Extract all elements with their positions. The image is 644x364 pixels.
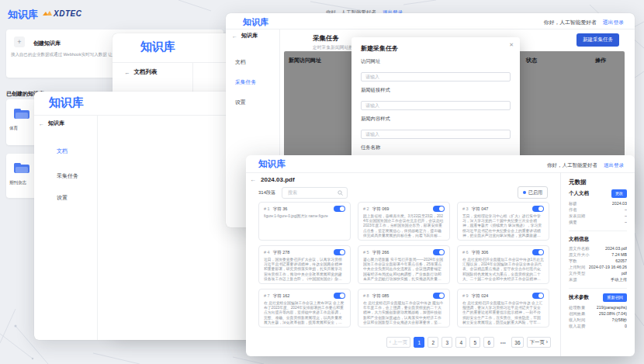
- segment-number: # 4: [264, 250, 270, 255]
- document-title-row: ← 2024.03.pdf: [250, 176, 295, 183]
- section-title: 文档信息: [569, 236, 589, 243]
- company-logo: XDTEC: [43, 9, 81, 18]
- meta-label: 嵌入时间: [569, 317, 585, 323]
- blue-dot-icon: [523, 191, 526, 194]
- logout-link[interactable]: 退出登录: [604, 162, 624, 169]
- window-brand: 知识库: [258, 158, 286, 170]
- pagination-next[interactable]: 下一页 ›: [527, 337, 551, 348]
- pagination-page-2[interactable]: 2: [428, 337, 438, 348]
- segment-number: # 2: [363, 206, 369, 211]
- content-style-field[interactable]: [361, 130, 511, 139]
- segment-text: 近日，国资委党委召开扩大会议，认真学习贯彻习近平总书记重要讲话精神，传达全国两会…: [264, 258, 345, 282]
- search-input[interactable]: [286, 189, 335, 196]
- segment-toggle[interactable]: [334, 293, 345, 299]
- segment-card[interactable]: # 2字符 069 踏上新征程，奋楫再出发。3月22日至23日，2024年全国国…: [358, 202, 450, 241]
- pagination-page-1[interactable]: 1: [414, 337, 424, 348]
- back-arrow-icon[interactable]: ←: [250, 176, 256, 183]
- sidebar-item-collect-tasks[interactable]: 采集任务: [235, 78, 256, 86]
- segment-char-count: 字符 278: [273, 250, 290, 255]
- pagination-prev[interactable]: ‹ 上一页: [386, 337, 410, 348]
- segment-card[interactable]: # 8字符 085 在 总社党组召开全面规划工作会议中传达 规划今年年度工作，会…: [358, 289, 450, 328]
- pagination-page-36[interactable]: 36: [511, 337, 523, 348]
- segment-text: 在 总社党组全国编辑工作会议上发布评议 会上发布了2023年度、2024年安排部…: [264, 301, 345, 325]
- back-kb[interactable]: ← 知识库: [232, 32, 258, 40]
- metadata-section-fileinfo: 文档信息 原文件名称2024.03.pdf 原文件大小7.24 MB 字数620…: [569, 231, 627, 283]
- logout-link[interactable]: 退出登录: [603, 19, 624, 26]
- search-box[interactable]: [282, 187, 348, 199]
- segment-toggle[interactable]: [532, 206, 544, 212]
- pagination-ellipsis[interactable]: •••: [497, 337, 508, 348]
- segment-text: 在 总社党组召开全面规划工作会议中传达1月赴北汇报以后，2024年全国编辑工作会…: [462, 258, 544, 282]
- recall-button[interactable]: 重新召回: [603, 293, 627, 302]
- segment-card[interactable]: # 1字符 36 figure:1-figure-0.jpg|图片|c name…: [258, 202, 351, 241]
- segment-toggle[interactable]: [334, 206, 345, 212]
- link-style-field[interactable]: [361, 101, 511, 110]
- segment-toggle[interactable]: [334, 249, 345, 255]
- window-brand: 知识库: [49, 95, 84, 110]
- field-label-url: 访问网址: [361, 58, 511, 65]
- segment-card[interactable]: # 6字符 306 在 总社党组召开全面规划工作会议中传达1月赴北汇报以后，20…: [457, 245, 549, 284]
- back-arrow-icon[interactable]: ←: [232, 33, 237, 39]
- segment-card[interactable]: # 9字符 024 在 总社党组召开全面规划工作会议中传达 会上汇报强调，要深入…: [457, 289, 549, 328]
- new-task-button[interactable]: 新建采集任务: [576, 33, 619, 47]
- segment-card[interactable]: # 7字符 162 在 总社党组全国编辑工作会议上发布评议 会上发布了2023年…: [258, 289, 351, 328]
- plus-icon: +: [14, 36, 25, 47]
- sidebar-item-documents[interactable]: 文档: [57, 147, 68, 155]
- segment-toggle[interactable]: [433, 293, 445, 299]
- pagination-page-6[interactable]: 6: [483, 337, 494, 348]
- segment-char-count: 字符 306: [472, 250, 489, 255]
- url-field[interactable]: [361, 72, 511, 81]
- segment-text: 在 总社党组召开全面规划工作会议中传达 规划今年年度工作，会上强调，要全面贯彻党…: [363, 301, 445, 325]
- back-label: 文档列表: [134, 68, 158, 76]
- meta-value: –: [625, 206, 627, 213]
- segment-text: 踏上新征程，奋楫再出发。3月22日至23日，2024年全国国资国企工作会议在北京…: [363, 214, 445, 238]
- metadata-section-personal: 个人文档 更改 标题2024.03 作者– 发表日期– 摘要–: [569, 189, 627, 225]
- back-arrow-icon[interactable]: ←: [39, 121, 44, 127]
- meta-value: 292.08% (7.04): [599, 310, 627, 317]
- meta-label: 作者: [569, 206, 577, 213]
- segment-card[interactable]: # 3字符 047 五日，党组理论学习中心组（扩大）进行集中学习，深入学习党的二…: [457, 202, 549, 241]
- segment-number: # 7: [264, 293, 270, 298]
- column-status: 状态: [526, 57, 537, 64]
- folder-icon: [14, 107, 29, 119]
- segment-char-count: 字符 162: [273, 293, 290, 299]
- sidebar-item-collect-tasks[interactable]: 采集任务: [57, 172, 78, 180]
- meta-value: 2024-07-19 16:46:26: [589, 264, 627, 270]
- segment-toggle[interactable]: [433, 249, 445, 255]
- segment-card[interactable]: # 4字符 278 近日，国资委党委召开扩大会议，认真学习贯彻习近平总书记重要讲…: [258, 245, 351, 284]
- segment-text: figure:1-figure-0.jpg|图片|c name:figure: [264, 214, 345, 219]
- field-label-link-style: 新闻链接样式: [361, 87, 511, 94]
- meta-value: 2024.03: [612, 200, 627, 206]
- pagination-page-4[interactable]: 4: [455, 337, 466, 348]
- segment-card[interactable]: # 5字符 266 凝心聚力谱新篇 实干笃行开新局——2024年全国国资工作会议…: [358, 245, 450, 284]
- meta-label: 发表日期: [569, 213, 585, 219]
- document-title: 2024.03.pdf: [261, 176, 295, 183]
- meta-label: 字数: [569, 258, 577, 264]
- window-brand: 知识库: [140, 40, 175, 54]
- close-icon[interactable]: ✕: [509, 42, 514, 48]
- meta-value: –: [625, 213, 627, 219]
- enabled-filter-chip[interactable]: 已启用: [518, 186, 548, 199]
- kb-card-label: 期刊杂志: [9, 180, 26, 185]
- segment-toggle[interactable]: [532, 293, 544, 299]
- back-arrow-icon[interactable]: ←: [124, 69, 130, 76]
- sidebar-item-settings[interactable]: 设置: [57, 194, 68, 202]
- segment-number: # 1: [264, 206, 270, 211]
- pagination-page-3[interactable]: 3: [441, 337, 452, 348]
- segment-text: 凝心聚力谱新篇 实干笃行开新局——2024年全国国资工作会议全面部署今年重点任务…: [363, 258, 445, 282]
- section-title: 个人文档: [569, 190, 589, 197]
- back-kb[interactable]: ← 知识库: [39, 120, 64, 127]
- segment-number: # 3: [462, 206, 469, 211]
- meta-value: 0: [625, 323, 627, 329]
- change-button[interactable]: 更改: [611, 189, 627, 198]
- meta-label: 标题: [569, 200, 577, 206]
- segment-toggle[interactable]: [433, 206, 445, 212]
- page-title: 采集任务: [313, 34, 339, 43]
- column-action: 操作: [595, 57, 606, 64]
- segment-toggle[interactable]: [532, 249, 544, 255]
- create-kb-title: 创建知识库: [33, 40, 61, 47]
- pagination-page-5[interactable]: 5: [469, 337, 480, 348]
- sidebar-item-settings[interactable]: 设置: [235, 99, 246, 106]
- sidebar-item-documents[interactable]: 文档: [235, 58, 246, 66]
- back-doclist[interactable]: ← 文档列表: [124, 68, 158, 76]
